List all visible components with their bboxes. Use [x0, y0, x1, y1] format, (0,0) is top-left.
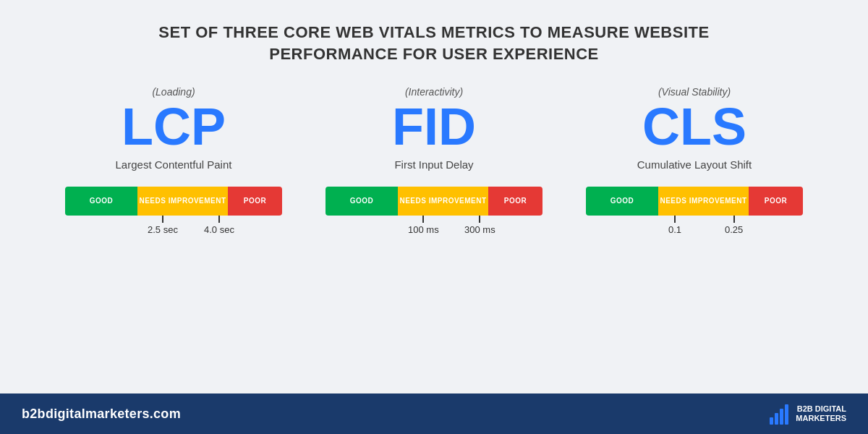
lcp-tick1-label: 2.5 sec — [148, 224, 178, 235]
cls-bar: GOOD NEEDS IMPROVEMENT POOR — [586, 187, 803, 216]
footer-brand: B2B DIGITAL MARKETERS — [770, 403, 846, 425]
logo-bar-1 — [770, 417, 773, 425]
metrics-row: (Loading) LCP Largest Contentful Paint G… — [43, 86, 825, 379]
fid-tick1: 100 ms — [408, 216, 439, 235]
lcp-tick2-label: 4.0 sec — [204, 224, 234, 235]
cls-scale: GOOD NEEDS IMPROVEMENT POOR 0.1 0.25 — [586, 187, 803, 237]
fid-tick1-label: 100 ms — [408, 224, 439, 235]
fid-needs-segment: NEEDS IMPROVEMENT — [398, 187, 488, 216]
logo-bar-2 — [775, 413, 778, 425]
fid-tick2-label: 300 ms — [464, 224, 495, 235]
footer-url: b2bdigitalmarketers.com — [22, 407, 181, 422]
lcp-tick1: 2.5 sec — [148, 216, 178, 235]
lcp-ticks: 2.5 sec 4.0 sec — [65, 216, 282, 237]
fid-poor-segment: POOR — [488, 187, 542, 216]
lcp-tick2-line — [218, 216, 220, 223]
lcp-category: (Loading) — [152, 86, 195, 98]
footer: b2bdigitalmarketers.com B2B DIGITAL MARK… — [0, 393, 868, 434]
footer-logo-bars — [770, 403, 788, 425]
fid-scale: GOOD NEEDS IMPROVEMENT POOR 100 ms 300 m… — [326, 187, 542, 237]
logo-bar-4 — [785, 404, 788, 425]
lcp-tick1-line — [162, 216, 163, 223]
lcp-name: Largest Contentful Paint — [116, 158, 232, 171]
fid-category: (Interactivity) — [405, 86, 463, 98]
metric-card-lcp: (Loading) LCP Largest Contentful Paint G… — [65, 86, 282, 237]
cls-tick1-line — [674, 216, 676, 223]
cls-acronym: CLS — [642, 101, 746, 153]
fid-bar: GOOD NEEDS IMPROVEMENT POOR — [326, 187, 542, 216]
lcp-good-segment: GOOD — [65, 187, 137, 216]
logo-bar-3 — [780, 409, 783, 425]
page-title: SET OF THREE CORE WEB VITALS METRICS TO … — [43, 22, 825, 64]
cls-ticks: 0.1 0.25 — [586, 216, 803, 237]
fid-tick2: 300 ms — [464, 216, 495, 235]
lcp-poor-segment: POOR — [228, 187, 282, 216]
lcp-scale: GOOD NEEDS IMPROVEMENT POOR 2.5 sec 4.0 … — [65, 187, 282, 237]
cls-good-segment: GOOD — [586, 187, 658, 216]
lcp-bar: GOOD NEEDS IMPROVEMENT POOR — [65, 187, 282, 216]
cls-poor-segment: POOR — [749, 187, 803, 216]
lcp-acronym: LCP — [122, 101, 226, 153]
fid-acronym: FID — [392, 101, 476, 153]
lcp-needs-segment: NEEDS IMPROVEMENT — [137, 187, 228, 216]
cls-category: (Visual Stability) — [658, 86, 731, 98]
cls-tick2: 0.25 — [725, 216, 743, 235]
fid-ticks: 100 ms 300 ms — [326, 216, 542, 237]
cls-tick1: 0.1 — [668, 216, 681, 235]
fid-good-segment: GOOD — [326, 187, 398, 216]
cls-tick1-label: 0.1 — [668, 224, 681, 235]
cls-needs-segment: NEEDS IMPROVEMENT — [658, 187, 749, 216]
cls-tick2-line — [733, 216, 735, 223]
main-content: SET OF THREE CORE WEB VITALS METRICS TO … — [0, 0, 868, 393]
fid-name: First Input Delay — [394, 158, 473, 171]
footer-brand-text: B2B DIGITAL MARKETERS — [796, 404, 846, 423]
cls-name: Cumulative Layout Shift — [637, 158, 752, 171]
metric-card-cls: (Visual Stability) CLS Cumulative Layout… — [586, 86, 803, 237]
fid-tick1-line — [422, 216, 424, 223]
cls-tick2-label: 0.25 — [725, 224, 743, 235]
lcp-tick2: 4.0 sec — [204, 216, 234, 235]
metric-card-fid: (Interactivity) FID First Input Delay GO… — [326, 86, 542, 237]
fid-tick2-line — [479, 216, 480, 223]
